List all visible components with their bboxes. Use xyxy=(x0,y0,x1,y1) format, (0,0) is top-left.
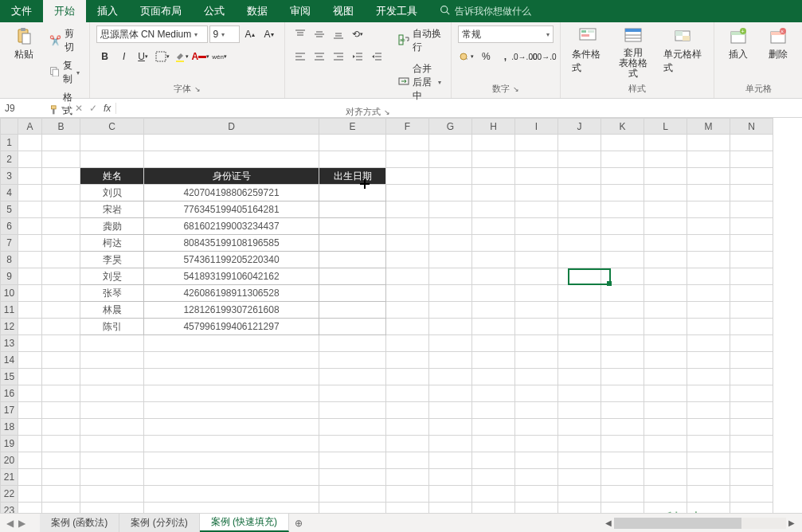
cell[interactable] xyxy=(42,151,80,168)
cell[interactable]: 姓名 xyxy=(80,168,144,185)
cell[interactable] xyxy=(601,402,644,419)
cell[interactable] xyxy=(644,452,687,469)
cell[interactable] xyxy=(80,135,144,151)
cell[interactable] xyxy=(80,385,144,402)
cell[interactable] xyxy=(644,419,687,436)
cell[interactable] xyxy=(18,436,42,452)
number-format-combo[interactable]: 常规▾ xyxy=(458,25,554,43)
cell[interactable] xyxy=(472,235,515,252)
cell[interactable] xyxy=(730,452,773,469)
horizontal-scrollbar[interactable]: ◀ ▶ xyxy=(603,518,802,529)
cell[interactable] xyxy=(515,352,558,369)
row-header[interactable]: 7 xyxy=(1,235,18,252)
cell[interactable] xyxy=(472,369,515,385)
row-header[interactable]: 19 xyxy=(1,436,18,452)
cell[interactable] xyxy=(515,285,558,302)
cell[interactable] xyxy=(601,335,644,352)
decrease-font-button[interactable]: A▾ xyxy=(260,25,278,43)
cell[interactable] xyxy=(730,201,773,218)
col-header[interactable]: B xyxy=(42,119,80,135)
cell[interactable] xyxy=(319,185,386,201)
cell[interactable] xyxy=(18,285,42,302)
row-header[interactable]: 22 xyxy=(1,486,18,503)
col-header[interactable]: G xyxy=(429,119,472,135)
cell[interactable] xyxy=(319,486,386,503)
cell[interactable] xyxy=(42,218,80,235)
cell[interactable] xyxy=(687,369,730,385)
cell[interactable] xyxy=(42,168,80,185)
cell[interactable] xyxy=(144,452,319,469)
cell[interactable] xyxy=(730,151,773,168)
align-dialog-launcher[interactable]: ↘ xyxy=(384,108,390,116)
sheet-tab[interactable]: 案例 (函数法) xyxy=(40,514,119,532)
cell[interactable] xyxy=(144,369,319,385)
cell[interactable] xyxy=(644,235,687,252)
cell[interactable] xyxy=(319,352,386,369)
cell[interactable] xyxy=(730,402,773,419)
cell[interactable] xyxy=(687,252,730,268)
cell[interactable] xyxy=(601,201,644,218)
cell[interactable] xyxy=(472,419,515,436)
cell[interactable] xyxy=(319,268,386,285)
cell[interactable] xyxy=(601,302,644,319)
row-header[interactable]: 18 xyxy=(1,419,18,436)
scroll-thumb[interactable] xyxy=(614,518,741,529)
cell[interactable] xyxy=(730,268,773,285)
delete-cells-button[interactable]: × 删除 xyxy=(761,25,796,63)
cell[interactable] xyxy=(472,302,515,319)
cell[interactable] xyxy=(319,469,386,486)
cell[interactable]: 808435199108196585 xyxy=(144,235,319,252)
cell[interactable] xyxy=(80,419,144,436)
row-header[interactable]: 11 xyxy=(1,302,18,319)
cell[interactable] xyxy=(601,452,644,469)
cell[interactable] xyxy=(687,486,730,503)
cell[interactable] xyxy=(319,285,386,302)
cell[interactable] xyxy=(730,252,773,268)
cell[interactable] xyxy=(429,385,472,402)
cell[interactable] xyxy=(515,218,558,235)
cell[interactable] xyxy=(601,185,644,201)
cell[interactable] xyxy=(558,402,601,419)
cell[interactable] xyxy=(429,302,472,319)
cell[interactable] xyxy=(644,335,687,352)
menu-view[interactable]: 视图 xyxy=(322,0,365,22)
cell[interactable] xyxy=(144,419,319,436)
cell[interactable] xyxy=(429,268,472,285)
cell[interactable]: 681602199003234437 xyxy=(144,218,319,235)
cell[interactable] xyxy=(558,168,601,185)
cell[interactable] xyxy=(386,218,429,235)
cell[interactable] xyxy=(601,135,644,151)
cell[interactable] xyxy=(386,252,429,268)
cell[interactable] xyxy=(18,469,42,486)
cell[interactable] xyxy=(144,151,319,168)
cell[interactable] xyxy=(730,469,773,486)
cell[interactable] xyxy=(558,319,601,335)
cell[interactable] xyxy=(144,436,319,452)
cell[interactable] xyxy=(429,252,472,268)
cell[interactable] xyxy=(18,319,42,335)
row-header[interactable]: 17 xyxy=(1,402,18,419)
cell[interactable] xyxy=(687,335,730,352)
cell[interactable] xyxy=(18,419,42,436)
cell[interactable] xyxy=(558,235,601,252)
cell[interactable] xyxy=(687,151,730,168)
cell[interactable] xyxy=(319,252,386,268)
cell[interactable] xyxy=(601,436,644,452)
cell[interactable] xyxy=(515,419,558,436)
cell[interactable] xyxy=(429,319,472,335)
cell[interactable]: 420704198806259721 xyxy=(144,185,319,201)
cell[interactable] xyxy=(472,352,515,369)
cell[interactable] xyxy=(429,185,472,201)
menu-data[interactable]: 数据 xyxy=(236,0,279,22)
cell[interactable] xyxy=(687,352,730,369)
cell[interactable]: 128126199307261608 xyxy=(144,302,319,319)
cell[interactable] xyxy=(42,302,80,319)
cell[interactable] xyxy=(319,436,386,452)
cell[interactable] xyxy=(472,452,515,469)
cell[interactable] xyxy=(42,369,80,385)
sheet-tab[interactable]: 案例 (分列法) xyxy=(119,514,199,532)
cell[interactable] xyxy=(730,302,773,319)
cell[interactable] xyxy=(80,335,144,352)
cell[interactable] xyxy=(18,302,42,319)
cell[interactable]: 张琴 xyxy=(80,285,144,302)
